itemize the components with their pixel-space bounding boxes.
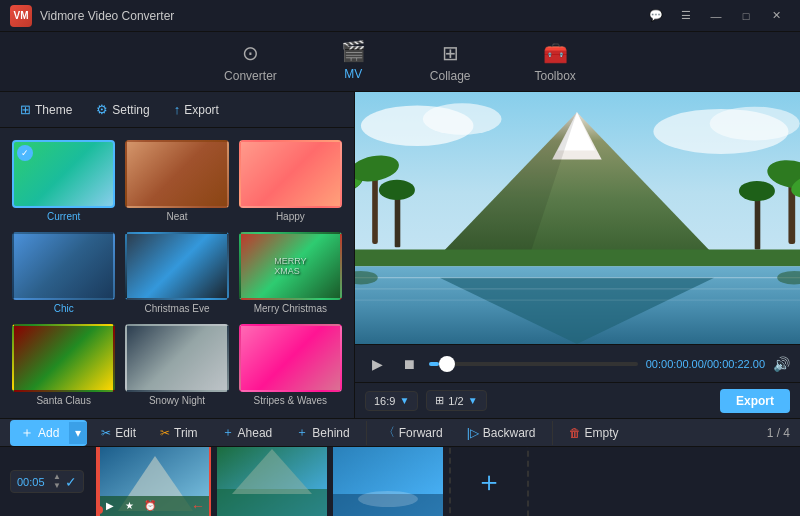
progress-fill bbox=[429, 362, 439, 366]
preview-area bbox=[355, 92, 800, 344]
bottom-toolbar: ＋ Add ▾ ✂ Edit ✂ Trim ＋ Ahead ＋ Behind 〈… bbox=[0, 418, 800, 446]
tab-mv[interactable]: 🎬 MV bbox=[329, 33, 378, 91]
forward-label: Forward bbox=[399, 426, 443, 440]
time-up-arrow[interactable]: ▲ bbox=[53, 473, 61, 481]
ahead-label: Ahead bbox=[238, 426, 273, 440]
forward-icon: 〈 bbox=[383, 424, 395, 441]
collage-icon: ⊞ bbox=[442, 41, 459, 65]
ahead-button[interactable]: ＋ Ahead bbox=[212, 420, 283, 445]
timeline-clip-3[interactable] bbox=[333, 446, 443, 516]
trim-label: Trim bbox=[174, 426, 198, 440]
timeline-clip-1[interactable]: ▶ ★ ⏰ ← bbox=[96, 446, 211, 516]
playhead-dot bbox=[96, 506, 103, 514]
backward-icon: |▷ bbox=[467, 426, 479, 440]
theme-christmas-eve-label: Christmas Eve bbox=[144, 303, 209, 314]
aspect-ratio-label: 16:9 bbox=[374, 395, 395, 407]
app-title: Vidmore Video Converter bbox=[40, 9, 642, 23]
export-button[interactable]: Export bbox=[720, 389, 790, 413]
separator-1 bbox=[366, 421, 367, 445]
tab-converter[interactable]: ⊙ Converter bbox=[212, 35, 289, 89]
time-display: 00:00:00.00/00:00:22.00 bbox=[646, 358, 765, 370]
theme-current[interactable]: ✓ Current bbox=[10, 138, 117, 224]
preview-controls: ▶ ⏹ 00:00:00.00/00:00:22.00 🔊 bbox=[355, 344, 800, 382]
behind-label: Behind bbox=[312, 426, 349, 440]
time-down-arrow[interactable]: ▼ bbox=[53, 482, 61, 490]
title-bar: VM Vidmore Video Converter 💬 ☰ — □ ✕ bbox=[0, 0, 800, 32]
ahead-icon: ＋ bbox=[222, 424, 234, 441]
clip-clock-icon[interactable]: ⏰ bbox=[142, 498, 158, 514]
theme-merry-christmas[interactable]: MERRYXMAS Merry Christmas bbox=[237, 230, 344, 316]
playhead bbox=[98, 446, 100, 516]
behind-button[interactable]: ＋ Behind bbox=[286, 420, 359, 445]
chat-button[interactable]: 💬 bbox=[642, 6, 670, 26]
theme-snowy-night[interactable]: Snowy Night bbox=[123, 322, 230, 408]
progress-handle[interactable] bbox=[439, 356, 455, 372]
empty-icon: 🗑 bbox=[569, 426, 581, 440]
theme-stripes-waves[interactable]: Stripes & Waves bbox=[237, 322, 344, 408]
theme-happy-label: Happy bbox=[276, 211, 305, 222]
theme-stripes-waves-thumb bbox=[239, 324, 342, 392]
theme-chic[interactable]: Chic bbox=[10, 230, 117, 316]
setting-label: Setting bbox=[112, 103, 149, 117]
play-button[interactable]: ▶ bbox=[365, 352, 389, 376]
theme-happy[interactable]: Happy bbox=[237, 138, 344, 224]
clip-1-arrow: ← bbox=[191, 498, 205, 514]
theme-neat-thumb bbox=[125, 140, 228, 208]
timeline-controls: ▲ ▼ ✓ bbox=[10, 470, 84, 493]
theme-button[interactable]: ⊞ Theme bbox=[10, 98, 82, 121]
clip-1-controls: ▶ ★ ⏰ bbox=[102, 498, 158, 514]
add-clip-button[interactable]: ＋ bbox=[449, 446, 529, 516]
empty-button[interactable]: 🗑 Empty bbox=[559, 422, 629, 444]
trim-icon: ✂ bbox=[160, 426, 170, 440]
tab-mv-label: MV bbox=[344, 67, 362, 81]
svg-point-15 bbox=[379, 180, 415, 200]
forward-button[interactable]: 〈 Forward bbox=[373, 420, 453, 445]
aspect-ratio-select[interactable]: 16:9 ▼ bbox=[365, 391, 418, 411]
quality-select[interactable]: ⊞ 1/2 ▼ bbox=[426, 390, 486, 411]
tab-toolbox[interactable]: 🧰 Toolbox bbox=[523, 35, 588, 89]
theme-santa-claus-thumb bbox=[12, 324, 115, 392]
theme-christmas-eve[interactable]: Christmas Eve bbox=[123, 230, 230, 316]
format-bar: 16:9 ▼ ⊞ 1/2 ▼ Export bbox=[355, 382, 800, 418]
stop-button[interactable]: ⏹ bbox=[397, 352, 421, 376]
trim-button[interactable]: ✂ Trim bbox=[150, 422, 208, 444]
quality-icon: ⊞ bbox=[435, 394, 444, 407]
theme-stripes-waves-label: Stripes & Waves bbox=[254, 395, 328, 406]
separator-2 bbox=[552, 421, 553, 445]
theme-neat[interactable]: Neat bbox=[123, 138, 230, 224]
time-input[interactable] bbox=[17, 476, 49, 488]
volume-icon[interactable]: 🔊 bbox=[773, 356, 790, 372]
left-panel: ⊞ Theme ⚙ Setting ↑ Export bbox=[0, 92, 355, 418]
add-label: Add bbox=[38, 426, 59, 440]
behind-icon: ＋ bbox=[296, 424, 308, 441]
time-arrows: ▲ ▼ bbox=[53, 473, 61, 490]
close-button[interactable]: ✕ bbox=[762, 6, 790, 26]
setting-button[interactable]: ⚙ Setting bbox=[86, 98, 159, 121]
right-panel: ▶ ⏹ 00:00:00.00/00:00:22.00 🔊 16:9 ▼ ⊞ 1… bbox=[355, 92, 800, 418]
checkmark-icon: ✓ bbox=[17, 145, 33, 161]
clip-play-icon[interactable]: ▶ bbox=[102, 498, 118, 514]
theme-santa-claus[interactable]: Santa Claus bbox=[10, 322, 117, 408]
export-subnav-button[interactable]: ↑ Export bbox=[164, 98, 229, 121]
aspect-ratio-arrow: ▼ bbox=[399, 395, 409, 406]
minimize-button[interactable]: — bbox=[702, 6, 730, 26]
maximize-button[interactable]: □ bbox=[732, 6, 760, 26]
edit-button[interactable]: ✂ Edit bbox=[91, 422, 146, 444]
theme-merry-christmas-label: Merry Christmas bbox=[254, 303, 327, 314]
clip-star-icon[interactable]: ★ bbox=[122, 498, 138, 514]
clip-3-preview bbox=[333, 446, 443, 516]
edit-label: Edit bbox=[115, 426, 136, 440]
timeline-clip-2[interactable] bbox=[217, 446, 327, 516]
tab-collage[interactable]: ⊞ Collage bbox=[418, 35, 483, 89]
check-icon[interactable]: ✓ bbox=[65, 474, 77, 490]
menu-button[interactable]: ☰ bbox=[672, 6, 700, 26]
add-button[interactable]: ＋ Add bbox=[10, 420, 69, 446]
svg-point-2 bbox=[423, 103, 502, 135]
window-controls: 💬 ☰ — □ ✕ bbox=[642, 6, 790, 26]
theme-current-label: Current bbox=[47, 211, 80, 222]
backward-label: Backward bbox=[483, 426, 536, 440]
progress-bar[interactable] bbox=[429, 362, 638, 366]
add-dropdown-button[interactable]: ▾ bbox=[69, 422, 87, 444]
theme-label: Theme bbox=[35, 103, 72, 117]
backward-button[interactable]: |▷ Backward bbox=[457, 422, 546, 444]
